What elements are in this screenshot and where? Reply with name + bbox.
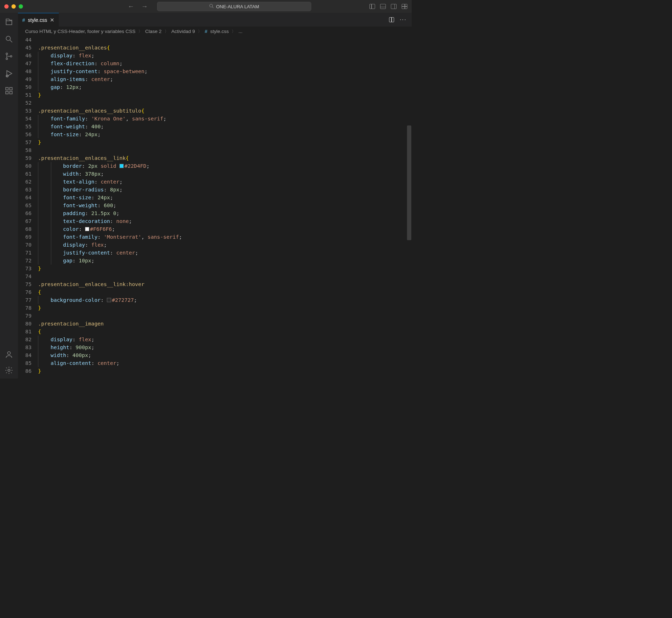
- code-line[interactable]: align-items: center;: [38, 75, 412, 83]
- code-line[interactable]: }: [38, 304, 412, 312]
- line-number-gutter: 4445464748495051525354555657585960616263…: [18, 36, 38, 379]
- breadcrumb-segment[interactable]: Actividad 9: [171, 29, 195, 34]
- svg-point-6: [10, 56, 12, 57]
- minimize-window-button[interactable]: [11, 4, 16, 9]
- code-line[interactable]: {: [38, 288, 412, 296]
- color-swatch-icon[interactable]: [107, 298, 111, 302]
- code-line[interactable]: }: [38, 91, 412, 99]
- code-editor[interactable]: 4445464748495051525354555657585960616263…: [18, 36, 412, 379]
- breadcrumb-segment[interactable]: ...: [238, 29, 242, 34]
- code-line[interactable]: display: flex;: [38, 241, 412, 249]
- code-line[interactable]: .presentacion__imagen: [38, 320, 412, 328]
- breadcrumb-segment[interactable]: Curso HTML y CSS-Header, footer y variab…: [25, 29, 136, 34]
- code-content[interactable]: .presentacion__enlaces{ display: flex; f…: [38, 36, 412, 379]
- code-line[interactable]: height: 900px;: [38, 343, 412, 351]
- svg-rect-12: [10, 91, 12, 94]
- code-line[interactable]: font-size: 24px;: [38, 194, 412, 201]
- code-line[interactable]: gap: 12px;: [38, 83, 412, 91]
- svg-line-3: [10, 40, 12, 42]
- titlebar: ← → ONE-ALURA LATAM: [0, 0, 412, 13]
- nav-back-button[interactable]: ←: [128, 3, 134, 10]
- tab-style-css[interactable]: # style.css ✕: [18, 13, 59, 27]
- svg-point-4: [6, 53, 8, 54]
- more-actions-icon[interactable]: ···: [400, 16, 407, 23]
- code-line[interactable]: border: 2px solid #22D4FD;: [38, 162, 412, 170]
- breadcrumb-segment[interactable]: style.css: [210, 29, 229, 34]
- extensions-icon[interactable]: [4, 86, 14, 95]
- minimap[interactable]: [407, 36, 412, 379]
- code-line[interactable]: padding: 21.5px 0;: [38, 209, 412, 217]
- code-line[interactable]: .presentacion__enlaces{: [38, 44, 412, 52]
- svg-marker-7: [7, 71, 12, 76]
- main-area: # style.css ✕ ··· Curso HTML y CSS-Heade…: [0, 13, 412, 379]
- run-debug-icon[interactable]: [4, 69, 14, 78]
- code-line[interactable]: align-content: center;: [38, 359, 412, 367]
- code-line[interactable]: font-weight: 600;: [38, 201, 412, 209]
- toggle-secondary-sidebar-icon[interactable]: [391, 4, 397, 9]
- search-icon: [209, 4, 214, 9]
- code-line[interactable]: justify-content: center;: [38, 249, 412, 257]
- code-line[interactable]: [38, 272, 412, 280]
- svg-point-0: [210, 4, 213, 7]
- code-line[interactable]: justify-content: space-between;: [38, 67, 412, 75]
- code-line[interactable]: .presentacion__enlaces__link:hover: [38, 280, 412, 288]
- code-line[interactable]: flex-direction: column;: [38, 60, 412, 67]
- search-text: ONE-ALURA LATAM: [216, 4, 259, 9]
- code-line[interactable]: [38, 146, 412, 154]
- explorer-icon[interactable]: [4, 17, 14, 27]
- code-line[interactable]: }: [38, 265, 412, 272]
- toggle-primary-sidebar-icon[interactable]: [369, 4, 375, 9]
- code-line[interactable]: [38, 312, 412, 320]
- code-line[interactable]: border-radius: 8px;: [38, 186, 412, 194]
- code-line[interactable]: gap: 10px;: [38, 257, 412, 265]
- breadcrumb-segment[interactable]: Clase 2: [145, 29, 162, 34]
- code-line[interactable]: {: [38, 328, 412, 336]
- code-line[interactable]: font-size: 24px;: [38, 130, 412, 138]
- toggle-panel-icon[interactable]: [380, 4, 386, 9]
- css-file-icon: #: [205, 29, 208, 34]
- code-line[interactable]: font-family: 'Montserrat', sans-serif;: [38, 233, 412, 241]
- accounts-icon[interactable]: [4, 350, 14, 359]
- color-swatch-icon[interactable]: [85, 227, 89, 231]
- breadcrumb[interactable]: Curso HTML y CSS-Header, footer y variab…: [18, 27, 412, 36]
- code-line[interactable]: width: 400px;: [38, 351, 412, 359]
- svg-rect-11: [6, 91, 8, 94]
- source-control-icon[interactable]: [4, 52, 14, 61]
- svg-point-13: [8, 352, 10, 355]
- code-line[interactable]: .presentacion__enlaces__subtitulo{: [38, 107, 412, 115]
- svg-point-5: [6, 58, 8, 60]
- search-icon[interactable]: [4, 34, 14, 44]
- code-line[interactable]: color: #F6F6F6;: [38, 225, 412, 233]
- code-line[interactable]: font-family: 'Krona One', sans-serif;: [38, 115, 412, 123]
- code-line[interactable]: [38, 36, 412, 44]
- svg-point-14: [8, 369, 10, 371]
- code-line[interactable]: background-color: #272727;: [38, 296, 412, 304]
- svg-rect-10: [10, 87, 12, 90]
- code-line[interactable]: }: [38, 367, 412, 375]
- css-file-icon: #: [22, 17, 25, 23]
- nav-forward-button[interactable]: →: [141, 3, 148, 10]
- close-window-button[interactable]: [4, 4, 9, 9]
- code-line[interactable]: display: flex;: [38, 52, 412, 60]
- code-line[interactable]: width: 378px;: [38, 170, 412, 178]
- maximize-window-button[interactable]: [19, 4, 23, 9]
- code-line[interactable]: font-weight: 400;: [38, 123, 412, 130]
- minimap-thumb[interactable]: [407, 125, 411, 240]
- split-editor-icon[interactable]: [389, 17, 394, 22]
- tab-filename: style.css: [28, 17, 47, 23]
- svg-point-2: [6, 36, 10, 41]
- nav-arrows: ← →: [128, 3, 148, 10]
- settings-gear-icon[interactable]: [4, 366, 14, 375]
- code-line[interactable]: [38, 99, 412, 107]
- command-center-search[interactable]: ONE-ALURA LATAM: [157, 2, 311, 11]
- code-line[interactable]: .presentacion__enlaces__link{: [38, 154, 412, 162]
- code-line[interactable]: }: [38, 138, 412, 146]
- activity-bar: [0, 13, 18, 379]
- code-line[interactable]: text-decoration: none;: [38, 217, 412, 225]
- close-tab-icon[interactable]: ✕: [50, 17, 55, 23]
- color-swatch-icon[interactable]: [119, 164, 124, 168]
- code-line[interactable]: text-align: center;: [38, 178, 412, 186]
- customize-layout-icon[interactable]: [402, 4, 407, 9]
- svg-rect-9: [6, 87, 8, 90]
- code-line[interactable]: display: flex;: [38, 336, 412, 343]
